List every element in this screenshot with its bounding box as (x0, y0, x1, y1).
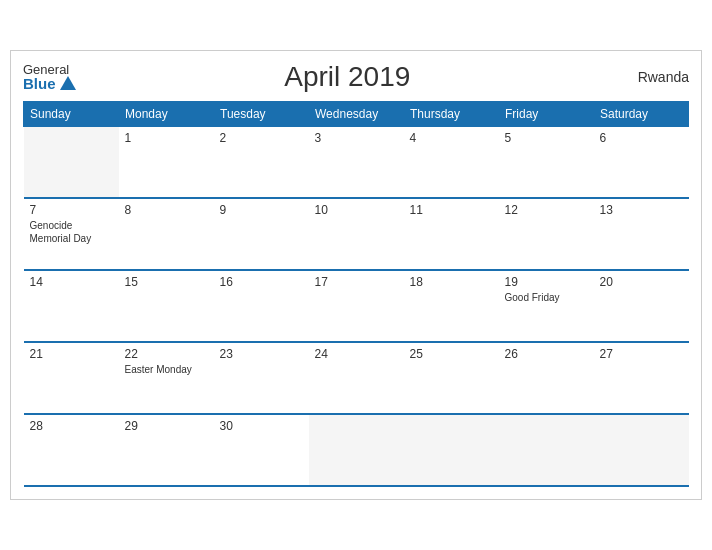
weekday-header-friday: Friday (499, 101, 594, 126)
holiday-label: Genocide Memorial Day (30, 219, 113, 245)
calendar-cell: 22Easter Monday (119, 342, 214, 414)
calendar-cell: 28 (24, 414, 119, 486)
calendar-cell: 12 (499, 198, 594, 270)
week-row-5: 282930 (24, 414, 689, 486)
day-number: 13 (600, 203, 683, 217)
day-number: 24 (315, 347, 398, 361)
calendar-cell (404, 414, 499, 486)
calendar-cell: 27 (594, 342, 689, 414)
calendar-title: April 2019 (76, 61, 619, 93)
logo-blue-row: Blue (23, 76, 76, 91)
holiday-label: Good Friday (505, 291, 588, 304)
calendar-cell: 21 (24, 342, 119, 414)
calendar-cell (24, 126, 119, 198)
calendar-cell: 16 (214, 270, 309, 342)
day-number: 7 (30, 203, 113, 217)
weekday-header-tuesday: Tuesday (214, 101, 309, 126)
calendar-cell: 3 (309, 126, 404, 198)
day-number: 9 (220, 203, 303, 217)
calendar-container: General Blue April 2019 Rwanda SundayMon… (10, 50, 702, 501)
calendar-cell: 17 (309, 270, 404, 342)
weekday-header-sunday: Sunday (24, 101, 119, 126)
day-number: 4 (410, 131, 493, 145)
calendar-cell: 30 (214, 414, 309, 486)
weekday-header-wednesday: Wednesday (309, 101, 404, 126)
day-number: 6 (600, 131, 683, 145)
day-number: 3 (315, 131, 398, 145)
calendar-cell (594, 414, 689, 486)
calendar-cell (499, 414, 594, 486)
logo-general-text: General (23, 63, 76, 76)
logo-blue-text: Blue (23, 76, 56, 91)
day-number: 14 (30, 275, 113, 289)
day-number: 22 (125, 347, 208, 361)
day-number: 11 (410, 203, 493, 217)
day-number: 29 (125, 419, 208, 433)
weekday-header-row: SundayMondayTuesdayWednesdayThursdayFrid… (24, 101, 689, 126)
calendar-cell: 13 (594, 198, 689, 270)
calendar-cell: 7Genocide Memorial Day (24, 198, 119, 270)
day-number: 27 (600, 347, 683, 361)
calendar-header: General Blue April 2019 Rwanda (23, 61, 689, 93)
calendar-cell: 9 (214, 198, 309, 270)
calendar-cell: 1 (119, 126, 214, 198)
calendar-cell: 8 (119, 198, 214, 270)
week-row-1: 123456 (24, 126, 689, 198)
day-number: 26 (505, 347, 588, 361)
calendar-cell: 19Good Friday (499, 270, 594, 342)
calendar-cell: 24 (309, 342, 404, 414)
day-number: 20 (600, 275, 683, 289)
day-number: 18 (410, 275, 493, 289)
day-number: 30 (220, 419, 303, 433)
weekday-header-saturday: Saturday (594, 101, 689, 126)
calendar-cell: 10 (309, 198, 404, 270)
day-number: 2 (220, 131, 303, 145)
day-number: 28 (30, 419, 113, 433)
calendar-cell: 18 (404, 270, 499, 342)
day-number: 8 (125, 203, 208, 217)
calendar-cell: 26 (499, 342, 594, 414)
calendar-cell: 20 (594, 270, 689, 342)
day-number: 12 (505, 203, 588, 217)
calendar-cell: 4 (404, 126, 499, 198)
calendar-cell: 6 (594, 126, 689, 198)
calendar-cell: 29 (119, 414, 214, 486)
weekday-header-monday: Monday (119, 101, 214, 126)
country-label: Rwanda (619, 69, 689, 85)
day-number: 10 (315, 203, 398, 217)
calendar-cell: 5 (499, 126, 594, 198)
calendar-cell: 14 (24, 270, 119, 342)
day-number: 23 (220, 347, 303, 361)
calendar-cell: 23 (214, 342, 309, 414)
calendar-cell: 2 (214, 126, 309, 198)
day-number: 25 (410, 347, 493, 361)
week-row-2: 7Genocide Memorial Day8910111213 (24, 198, 689, 270)
weekday-header-thursday: Thursday (404, 101, 499, 126)
week-row-3: 141516171819Good Friday20 (24, 270, 689, 342)
day-number: 1 (125, 131, 208, 145)
calendar-cell: 11 (404, 198, 499, 270)
week-row-4: 2122Easter Monday2324252627 (24, 342, 689, 414)
calendar-cell (309, 414, 404, 486)
day-number: 19 (505, 275, 588, 289)
holiday-label: Easter Monday (125, 363, 208, 376)
day-number: 17 (315, 275, 398, 289)
day-number: 21 (30, 347, 113, 361)
calendar-grid: SundayMondayTuesdayWednesdayThursdayFrid… (23, 101, 689, 488)
day-number: 5 (505, 131, 588, 145)
calendar-cell: 25 (404, 342, 499, 414)
logo-triangle-icon (60, 76, 76, 90)
day-number: 16 (220, 275, 303, 289)
logo: General Blue (23, 63, 76, 91)
day-number: 15 (125, 275, 208, 289)
calendar-cell: 15 (119, 270, 214, 342)
